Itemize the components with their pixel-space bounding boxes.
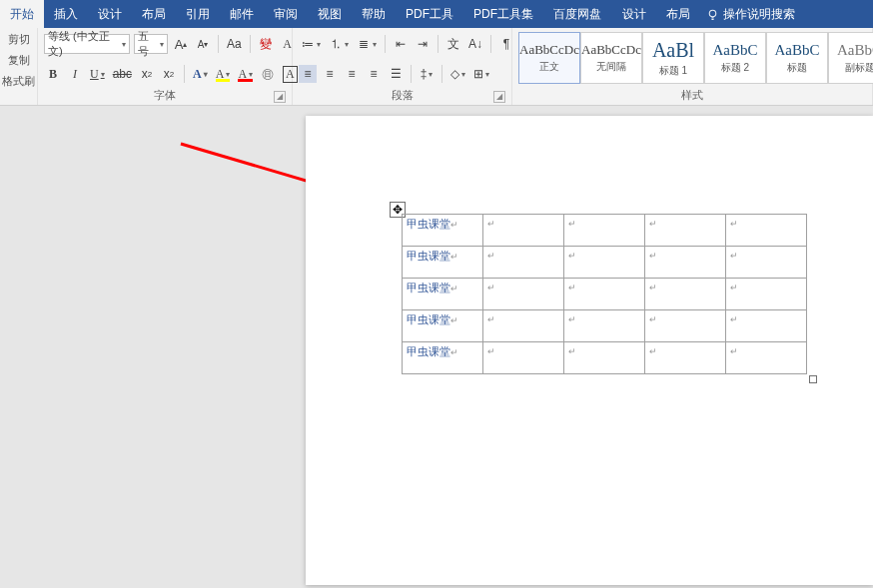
- tab-layout[interactable]: 布局: [132, 0, 176, 28]
- tab-review[interactable]: 审阅: [264, 0, 308, 28]
- tab-view[interactable]: 视图: [308, 0, 352, 28]
- table-cell[interactable]: ↵: [726, 342, 807, 374]
- divider: [184, 65, 185, 83]
- table-cell[interactable]: ↵: [483, 279, 564, 310]
- highlight-color-button[interactable]: A▾: [214, 65, 233, 83]
- borders-button[interactable]: ⊞▾: [471, 65, 491, 83]
- text-direction-button[interactable]: 文: [444, 35, 462, 53]
- table-row[interactable]: 甲虫课堂↵↵↵↵↵: [403, 310, 807, 342]
- table-cell[interactable]: ↵: [726, 215, 807, 247]
- align-right-button[interactable]: ≡: [343, 65, 361, 83]
- table-cell[interactable]: 甲虫课堂↵: [403, 342, 483, 374]
- style-heading2[interactable]: AaBbC 标题 2: [704, 32, 766, 84]
- chevron-down-icon: ▾: [226, 70, 230, 79]
- table-cell[interactable]: ↵: [564, 215, 645, 247]
- table-cell[interactable]: ↵: [564, 342, 645, 374]
- underline-button[interactable]: U▾: [88, 65, 107, 83]
- document-table[interactable]: 甲虫课堂↵↵↵↵↵甲虫课堂↵↵↵↵↵甲虫课堂↵↵↵↵↵甲虫课堂↵↵↵↵↵甲虫课堂…: [402, 214, 807, 374]
- table-cell[interactable]: ↵: [645, 310, 726, 342]
- style-title[interactable]: AaBbC 标题: [766, 32, 828, 84]
- grow-font-button[interactable]: A▴: [172, 35, 190, 53]
- change-case-button[interactable]: Aa: [225, 35, 244, 53]
- copy-button[interactable]: 复制: [8, 53, 30, 68]
- table-cell[interactable]: ↵: [726, 247, 807, 279]
- table-cell[interactable]: ↵: [645, 247, 726, 279]
- font-size-picker[interactable]: 五号▾: [134, 34, 168, 54]
- decrease-indent-button[interactable]: ⇤: [392, 35, 410, 53]
- paragraph-dialog-launcher[interactable]: ◢: [493, 91, 505, 103]
- cut-button[interactable]: 剪切: [8, 32, 30, 47]
- tab-table-design[interactable]: 设计: [612, 0, 656, 28]
- styles-group-label: 样式: [518, 86, 866, 105]
- table-cell[interactable]: ↵: [726, 279, 807, 310]
- align-left-button[interactable]: ≡: [299, 65, 317, 83]
- multilevel-list-button[interactable]: ≣▾: [355, 35, 379, 53]
- phonetic-guide-button[interactable]: 變: [257, 35, 275, 53]
- character-border-button[interactable]: A: [281, 65, 300, 83]
- numbering-button[interactable]: ⒈▾: [327, 35, 351, 53]
- tab-table-layout[interactable]: 布局: [656, 0, 700, 28]
- font-dialog-launcher[interactable]: ◢: [274, 91, 286, 103]
- table-cell[interactable]: 甲虫课堂↵: [403, 310, 483, 342]
- align-center-button[interactable]: ≡: [321, 65, 339, 83]
- style-no-spacing[interactable]: AaBbCcDc 无间隔: [580, 32, 642, 84]
- table-cell[interactable]: ↵: [564, 279, 645, 310]
- tell-me-label: 操作说明搜索: [723, 6, 795, 23]
- increase-indent-button[interactable]: ⇥: [414, 35, 432, 53]
- table-cell[interactable]: ↵: [645, 279, 726, 310]
- paragraph-group-label: 段落 ◢: [299, 86, 505, 105]
- shrink-font-button[interactable]: A▾: [194, 35, 212, 53]
- distributed-button[interactable]: ☰: [387, 65, 405, 83]
- tell-me-search[interactable]: 操作说明搜索: [700, 0, 801, 28]
- font-family-picker[interactable]: 等线 (中文正文)▾: [44, 34, 130, 54]
- bullets-button[interactable]: ≔▾: [299, 35, 323, 53]
- enclose-characters-button[interactable]: ㊐: [259, 65, 277, 83]
- sort-button[interactable]: A↓: [466, 35, 484, 53]
- font-color-button[interactable]: A▾: [236, 65, 255, 83]
- table-cell[interactable]: ↵: [483, 215, 564, 247]
- table-cell[interactable]: 甲虫课堂↵: [403, 279, 483, 310]
- style-subtitle[interactable]: AaBbC 副标题: [828, 32, 873, 84]
- tab-design[interactable]: 设计: [88, 0, 132, 28]
- subscript-button[interactable]: x2: [138, 65, 156, 83]
- format-painter-button[interactable]: 格式刷: [2, 74, 35, 89]
- styles-gallery[interactable]: AaBbCcDc 正文 AaBbCcDc 无间隔 AaBl 标题 1 AaBbC…: [518, 32, 873, 86]
- table-resize-handle[interactable]: [809, 375, 817, 383]
- table-row[interactable]: 甲虫课堂↵↵↵↵↵: [403, 342, 807, 374]
- tab-help[interactable]: 帮助: [352, 0, 396, 28]
- tab-baidu-pan[interactable]: 百度网盘: [543, 0, 611, 28]
- style-normal[interactable]: AaBbCcDc 正文: [518, 32, 580, 84]
- superscript-button[interactable]: x2: [160, 65, 178, 83]
- justify-button[interactable]: ≡: [365, 65, 383, 83]
- text-effects-button[interactable]: A▾: [191, 65, 210, 83]
- tab-references[interactable]: 引用: [176, 0, 220, 28]
- bold-button[interactable]: B: [44, 65, 62, 83]
- tab-pdf-tool[interactable]: PDF工具: [396, 0, 463, 28]
- document-page[interactable]: ✥ 甲虫课堂↵↵↵↵↵甲虫课堂↵↵↵↵↵甲虫课堂↵↵↵↵↵甲虫课堂↵↵↵↵↵甲虫…: [306, 116, 873, 585]
- chevron-down-icon: ▾: [101, 70, 105, 79]
- clear-formatting-button[interactable]: A: [279, 35, 297, 53]
- table-cell[interactable]: ↵: [726, 310, 807, 342]
- tab-start[interactable]: 开始: [0, 0, 44, 28]
- table-cell[interactable]: ↵: [564, 310, 645, 342]
- tab-pdf-toolset[interactable]: PDF工具集: [463, 0, 543, 28]
- tab-mailings[interactable]: 邮件: [220, 0, 264, 28]
- divider: [250, 35, 251, 53]
- table-row[interactable]: 甲虫课堂↵↵↵↵↵: [403, 279, 807, 310]
- strikethrough-button[interactable]: abc: [111, 65, 134, 83]
- table-row[interactable]: 甲虫课堂↵↵↵↵↵: [403, 247, 807, 279]
- table-cell[interactable]: ↵: [483, 247, 564, 279]
- italic-button[interactable]: I: [66, 65, 84, 83]
- style-heading1[interactable]: AaBl 标题 1: [642, 32, 704, 84]
- table-cell[interactable]: 甲虫课堂↵: [403, 247, 483, 279]
- tab-insert[interactable]: 插入: [44, 0, 88, 28]
- table-row[interactable]: 甲虫课堂↵↵↵↵↵: [403, 215, 807, 247]
- line-spacing-button[interactable]: ‡▾: [418, 65, 436, 83]
- shading-button[interactable]: ◇▾: [448, 65, 467, 83]
- table-cell[interactable]: ↵: [645, 215, 726, 247]
- table-cell[interactable]: ↵: [483, 342, 564, 374]
- table-cell[interactable]: ↵: [564, 247, 645, 279]
- table-cell[interactable]: ↵: [483, 310, 564, 342]
- table-cell[interactable]: 甲虫课堂↵: [403, 215, 483, 247]
- table-cell[interactable]: ↵: [645, 342, 726, 374]
